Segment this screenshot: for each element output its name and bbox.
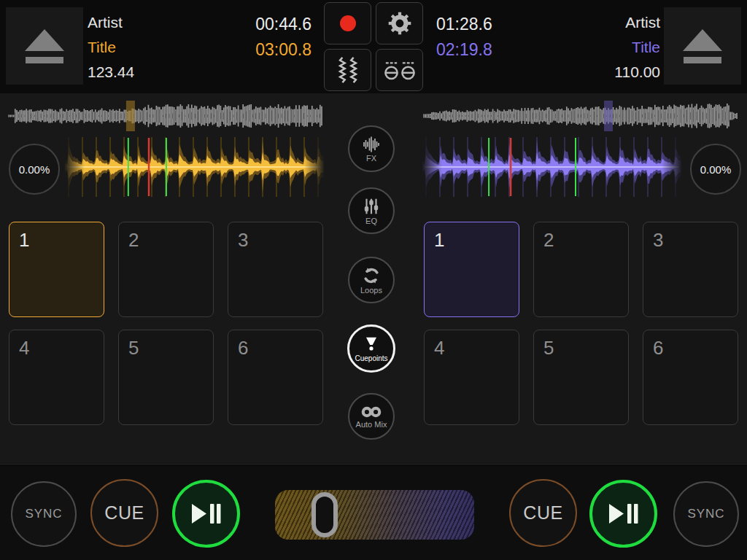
cuepoint-pin-icon: [362, 335, 381, 354]
pad-number: 4: [434, 337, 444, 359]
pad-number: 6: [653, 337, 663, 359]
pad-a-2[interactable]: 2: [118, 222, 214, 317]
channel-faders-icon: [334, 55, 362, 85]
deck-a-pitch-value: 0.00%: [19, 163, 50, 176]
pad-a-1[interactable]: 1: [9, 222, 104, 317]
pad-a-6[interactable]: 6: [228, 330, 323, 425]
fx-waveform-icon: [360, 136, 382, 153]
deck-b-overview-waveform[interactable]: [422, 101, 738, 131]
loop-arrows-icon: [362, 266, 381, 285]
pad-number: 6: [238, 337, 248, 359]
pad-b-4[interactable]: 4: [424, 330, 519, 425]
pad-number: 1: [19, 229, 29, 251]
eject-icon: [683, 29, 722, 63]
cue-label: CUE: [523, 502, 562, 524]
play-pause-icon: [608, 504, 639, 524]
pad-b-6[interactable]: 6: [643, 330, 738, 425]
deck-b-pitch-value: 0.00%: [700, 163, 732, 176]
cue-button-deck-a[interactable]: CUE: [90, 479, 158, 547]
pad-b-2[interactable]: 2: [533, 222, 629, 317]
deck-b-remaining-time: 02:19.8: [436, 37, 492, 63]
infinity-icon: [360, 405, 382, 419]
sync-button-deck-a[interactable]: SYNC: [11, 481, 77, 547]
eq-label: EQ: [365, 217, 377, 225]
pad-a-3[interactable]: 3: [228, 222, 323, 317]
deck-a-bpm: 123.44: [88, 60, 134, 85]
deck-b-zoom-waveform[interactable]: [422, 136, 682, 198]
transport-bar: SYNC CUE CUE SYNC: [0, 465, 747, 560]
deck-b-pitch-button[interactable]: 0.00%: [690, 144, 741, 195]
eject-button-deck-a[interactable]: [6, 7, 83, 85]
deck-a-pad-grid: 123456: [9, 222, 323, 425]
play-pause-button-deck-a[interactable]: [172, 480, 240, 548]
pad-b-1[interactable]: 1: [424, 222, 519, 317]
deck-a-remaining-time: 03:00.8: [204, 37, 311, 63]
deck-b-track-info: Artist Title 110.00: [614, 10, 660, 85]
eject-button-deck-b[interactable]: [664, 7, 741, 85]
dj-mixer-app: Artist Title 123.44 00:44.6 03:00.8: [0, 0, 747, 560]
cue-button-deck-b[interactable]: CUE: [509, 479, 577, 547]
cuepoints-button[interactable]: Cuepoints: [347, 324, 395, 373]
crossfader-track[interactable]: [275, 490, 474, 540]
deck-a-times: 00:44.6 03:00.8: [204, 12, 311, 63]
deck-b-title: Title: [614, 35, 660, 60]
cue-label: CUE: [104, 502, 144, 524]
header-bar: Artist Title 123.44 00:44.6 03:00.8: [0, 0, 747, 93]
loops-button[interactable]: Loops: [348, 257, 395, 303]
deck-b-bpm: 110.00: [614, 60, 660, 85]
record-button[interactable]: [324, 2, 371, 44]
fx-label: FX: [366, 154, 376, 163]
eject-icon: [25, 29, 64, 63]
pad-b-3[interactable]: 3: [643, 222, 738, 317]
deck-b-elapsed-time: 01:28.6: [436, 12, 492, 37]
pad-a-4[interactable]: 4: [9, 330, 104, 425]
gear-icon: [387, 11, 412, 36]
eq-sliders-icon: [362, 197, 381, 216]
deck-b-times: 01:28.6 02:19.8: [436, 12, 492, 63]
loops-label: Loops: [360, 286, 382, 295]
pad-number: 4: [19, 337, 29, 359]
pad-number: 3: [238, 229, 248, 251]
play-pause-button-deck-b[interactable]: [589, 480, 657, 548]
precueing-button[interactable]: [376, 49, 423, 91]
cuepoints-label: Cuepoints: [355, 354, 387, 362]
pad-number: 3: [653, 229, 663, 251]
sync-button-deck-b[interactable]: SYNC: [673, 481, 739, 547]
crossfader-handle[interactable]: [311, 492, 338, 537]
deck-a-pitch-button[interactable]: 0.00%: [9, 144, 60, 195]
automix-label: Auto Mix: [356, 420, 387, 429]
sync-label: SYNC: [25, 507, 62, 521]
record-icon: [340, 15, 356, 31]
play-pause-icon: [191, 504, 222, 524]
sync-label: SYNC: [687, 507, 724, 521]
pad-a-5[interactable]: 5: [118, 330, 214, 425]
eq-button[interactable]: EQ: [348, 187, 395, 234]
deck-a-title: Title: [88, 35, 134, 60]
pad-number: 1: [434, 229, 444, 251]
deck-a-elapsed-time: 00:44.6: [204, 12, 311, 37]
pad-number: 2: [128, 229, 139, 251]
mixer-button[interactable]: [324, 49, 371, 91]
deck-a-zoom-waveform[interactable]: [64, 136, 325, 198]
deck-a-track-info: Artist Title 123.44: [88, 10, 134, 85]
deck-b-artist: Artist: [614, 10, 660, 35]
pad-number: 2: [543, 229, 554, 251]
fx-button[interactable]: FX: [348, 125, 395, 172]
deck-a-artist: Artist: [88, 10, 134, 35]
headphone-cue-icon: [383, 58, 417, 82]
pad-number: 5: [543, 337, 554, 359]
automix-button[interactable]: Auto Mix: [348, 393, 395, 440]
deck-a-overview-waveform[interactable]: [7, 101, 323, 131]
pad-number: 5: [128, 337, 139, 359]
pad-b-5[interactable]: 5: [533, 330, 629, 425]
deck-b-pad-grid: 123456: [424, 222, 738, 425]
settings-button[interactable]: [376, 2, 423, 44]
